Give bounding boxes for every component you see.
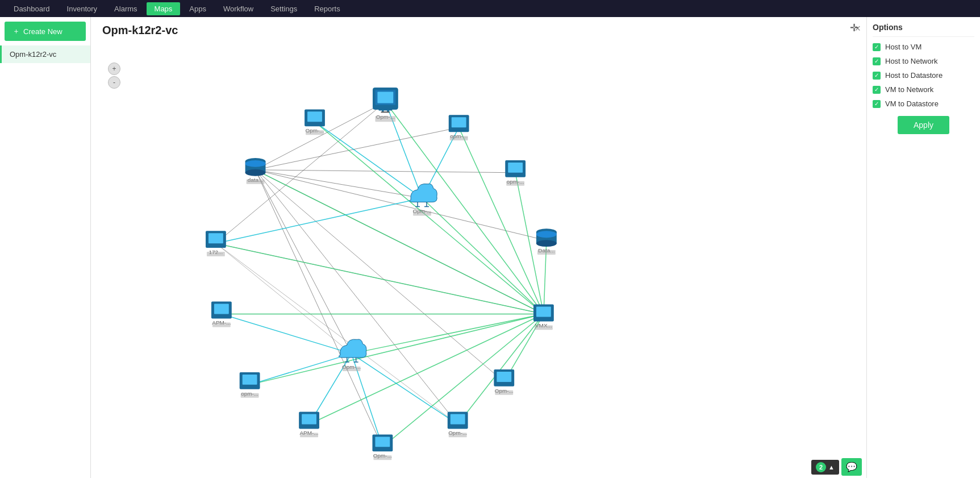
node-n7[interactable]: 172...: [206, 231, 226, 256]
option-vm-to-datastore[interactable]: VM to Datastore: [873, 99, 974, 108]
svg-rect-95: [495, 390, 513, 395]
checkbox-host-to-vm[interactable]: [873, 43, 881, 51]
svg-rect-101: [451, 414, 465, 425]
node-n10[interactable]: VMX...: [533, 305, 554, 330]
svg-rect-49: [307, 111, 322, 122]
option-host-to-vm[interactable]: Host to VM: [873, 43, 974, 51]
nav-inventory[interactable]: Inventory: [59, 2, 105, 15]
svg-rect-41: [377, 92, 393, 103]
svg-point-58: [245, 169, 266, 176]
svg-rect-61: [247, 180, 265, 184]
node-n4[interactable]: data...: [245, 158, 266, 184]
checkbox-host-to-datastore[interactable]: [873, 72, 881, 80]
svg-rect-85: [535, 325, 553, 330]
nav-maps[interactable]: Maps: [147, 2, 181, 15]
svg-rect-53: [452, 117, 466, 127]
node-n14[interactable]: APM-...: [299, 412, 319, 438]
svg-line-6: [256, 170, 352, 354]
checkbox-host-to-network[interactable]: [873, 57, 881, 65]
svg-rect-47: [375, 116, 395, 122]
node-n15[interactable]: Opm-...: [448, 412, 468, 438]
checkbox-vm-to-datastore[interactable]: [873, 100, 881, 108]
svg-rect-42: [378, 108, 392, 110]
svg-line-12: [216, 243, 352, 354]
node-n2[interactable]: Opm-...: [305, 109, 325, 135]
sidebar-item-map[interactable]: Opm-k12r2-vc: [0, 45, 90, 63]
svg-rect-65: [506, 181, 524, 186]
svg-rect-55: [450, 136, 468, 140]
svg-rect-67: [413, 211, 431, 215]
svg-rect-99: [300, 433, 318, 437]
map-title: Opm-k12r2-vc: [91, 17, 866, 40]
nav-workflow[interactable]: Workflow: [215, 2, 261, 15]
create-new-button[interactable]: ＋ Create New: [5, 22, 86, 41]
node-n3[interactable]: opm-...: [449, 115, 469, 140]
zoom-controls: + -: [108, 63, 120, 89]
svg-rect-105: [375, 437, 390, 447]
node-n5[interactable]: opm-...: [505, 160, 526, 186]
svg-line-21: [216, 243, 544, 314]
nav-reports[interactable]: Reports: [306, 2, 348, 15]
option-vm-to-network-label: VM to Network: [885, 85, 933, 94]
nav-settings[interactable]: Settings: [262, 2, 305, 15]
nav-alarms[interactable]: Alarms: [106, 2, 145, 15]
bottom-bar: 2 ▲ 💬: [807, 456, 866, 478]
svg-rect-79: [214, 304, 229, 314]
node-n13[interactable]: Opm-...: [494, 369, 514, 395]
svg-line-24: [352, 314, 544, 354]
nav-dashboard[interactable]: Dashboard: [6, 2, 58, 15]
nav-apps[interactable]: Apps: [181, 2, 214, 15]
alarm-badge[interactable]: 2 ▲: [811, 460, 839, 475]
zoom-out-button[interactable]: -: [108, 76, 120, 89]
top-navigation: Dashboard Inventory Alarms Maps Apps Wor…: [0, 0, 980, 17]
checkbox-vm-to-network[interactable]: [873, 86, 881, 94]
option-vm-to-network[interactable]: VM to Network: [873, 85, 974, 94]
svg-point-75: [536, 231, 557, 238]
option-host-to-datastore[interactable]: Host to Datastore: [873, 71, 974, 80]
chat-button[interactable]: 💬: [841, 458, 862, 476]
svg-rect-81: [212, 322, 231, 327]
zoom-in-button[interactable]: +: [108, 63, 120, 75]
svg-line-28: [458, 314, 544, 425]
svg-rect-77: [537, 250, 556, 255]
svg-rect-71: [207, 252, 225, 256]
svg-rect-83: [536, 307, 551, 317]
node-n1[interactable]: Opm-...: [373, 88, 398, 122]
option-host-to-datastore-label: Host to Datastore: [885, 71, 943, 80]
svg-line-31: [315, 122, 422, 198]
sidebar: ＋ Create New Opm-k12r2-vc: [0, 17, 91, 478]
plus-icon: ＋: [12, 26, 20, 36]
node-n8[interactable]: Data...: [536, 228, 557, 255]
svg-rect-63: [508, 163, 523, 173]
node-n12[interactable]: opm-...: [240, 372, 260, 398]
node-n11[interactable]: Opm-...: [339, 339, 366, 371]
svg-rect-87: [343, 367, 361, 371]
apply-button[interactable]: Apply: [898, 116, 949, 134]
svg-line-4: [256, 170, 547, 240]
options-header: Options: [873, 23, 974, 37]
option-vm-to-datastore-label: VM to Datastore: [885, 99, 939, 108]
svg-rect-103: [449, 433, 467, 437]
option-host-to-network[interactable]: Host to Network: [873, 57, 974, 65]
svg-rect-69: [208, 233, 223, 243]
svg-line-20: [422, 198, 544, 314]
option-host-to-vm-label: Host to VM: [885, 43, 921, 51]
alarm-count: 2: [816, 462, 826, 472]
svg-point-59: [245, 160, 266, 167]
move-icon[interactable]: ✛: [850, 22, 858, 34]
svg-line-16: [315, 122, 544, 314]
alarm-label: ▲: [828, 464, 835, 471]
svg-rect-91: [241, 393, 259, 398]
svg-line-1: [256, 127, 459, 170]
node-n16[interactable]: Opm-...: [372, 434, 393, 460]
svg-point-74: [536, 240, 557, 247]
options-panel: ✛ Options Host to VM Host to Network Hos…: [866, 17, 980, 478]
svg-rect-93: [497, 372, 511, 382]
svg-rect-97: [302, 414, 316, 425]
svg-rect-45: [381, 111, 390, 113]
svg-line-17: [459, 127, 544, 314]
node-n9[interactable]: APM-...: [211, 302, 232, 327]
svg-line-3: [256, 170, 422, 198]
node-n6[interactable]: Opm-...: [410, 184, 437, 215]
svg-rect-89: [243, 375, 257, 385]
